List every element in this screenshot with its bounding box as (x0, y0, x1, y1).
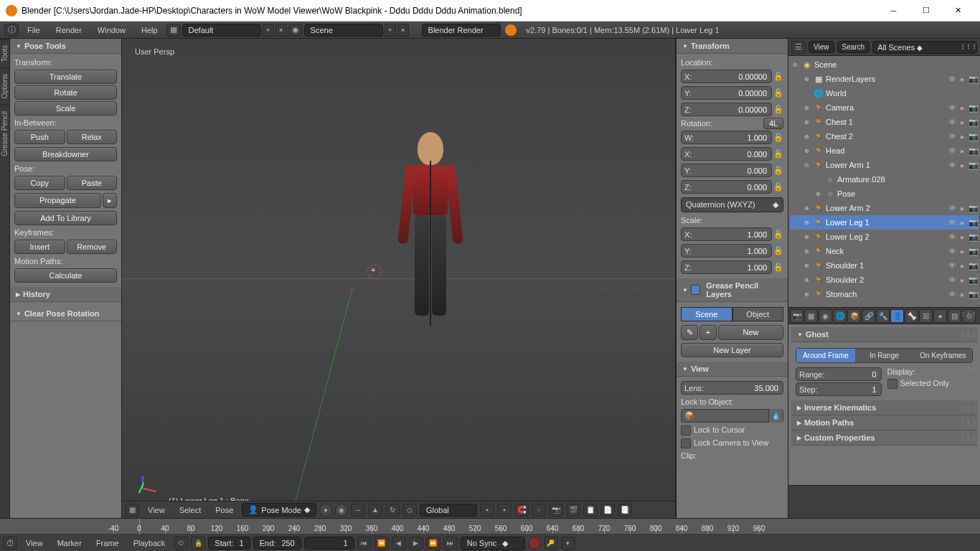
delete-screen-button[interactable]: × (275, 24, 287, 37)
lock-camera-checkbox[interactable] (681, 438, 691, 448)
outliner-row[interactable]: ⊕🏃Lower Arm 2👁▸📷 (790, 201, 979, 215)
editor-type-icon[interactable]: ⓘ (4, 24, 19, 37)
paste-pose-button[interactable]: Paste (67, 176, 118, 190)
range-toggle-icon[interactable]: ⏲ (174, 537, 188, 550)
jump-start-button[interactable]: ⏮ (357, 537, 372, 550)
orientation-selector[interactable]: Global (420, 504, 477, 517)
outliner-row[interactable]: ⊕🏃Lower Leg 1👁▸📷 (790, 215, 979, 230)
propagate-menu-button[interactable]: ▸ (103, 193, 117, 208)
prop-layers-icon[interactable]: ▦ (804, 309, 818, 323)
outliner-row[interactable]: ⊕○Pose (790, 187, 979, 201)
lock-object-field[interactable]: 📦💧 (681, 409, 783, 423)
lock-range-icon[interactable]: 🔒 (191, 537, 205, 550)
auto-keyframe-button[interactable] (528, 537, 541, 550)
prop-render-icon[interactable]: 📷 (790, 309, 804, 323)
keying-set-icon[interactable]: 🔑 (544, 537, 558, 550)
pose-tools-header[interactable]: ▼Pose Tools⋮⋮⋮ (10, 39, 121, 54)
relax-button[interactable]: Relax (67, 130, 118, 144)
motionpaths-header[interactable]: ▶Motion Paths⋮⋮⋮ (791, 415, 977, 430)
editor-type-3dview-icon[interactable]: ▦ (125, 504, 139, 517)
tab-grease-pencil[interactable]: Grease Pencil (0, 105, 9, 162)
render-anim-icon[interactable]: 🎬 (566, 504, 580, 517)
character-model[interactable] (373, 132, 488, 326)
ghost-header[interactable]: ▼Ghost⋮⋮⋮ (791, 327, 977, 342)
manipulator-scale-icon[interactable]: ◇ (402, 504, 417, 517)
layers-btn-2[interactable]: ▪ (497, 504, 512, 517)
calculate-button[interactable]: Calculate (14, 268, 117, 283)
outliner-row[interactable]: ⊕🏃Stomach👁▸📷 (790, 287, 979, 301)
maximize-button[interactable]: ☐ (910, 1, 942, 21)
outliner-row[interactable]: ⊕🏃Lower Leg 2👁▸📷 (790, 230, 979, 244)
play-button[interactable]: ▶ (409, 537, 423, 550)
outliner-row[interactable]: 🌐World (790, 86, 979, 100)
view-panel-header[interactable]: ▼View⋮⋮⋮ (677, 362, 788, 377)
layers-btn-1[interactable]: ▪ (480, 504, 494, 517)
prop-object-icon[interactable]: 📦 (847, 309, 861, 323)
prop-material-icon[interactable]: ● (933, 309, 947, 323)
lock-icon[interactable]: 🔓 (773, 246, 783, 255)
prop-constraint-icon[interactable]: 🔗 (862, 309, 875, 323)
snap-element-icon[interactable]: ▫ (532, 504, 546, 517)
current-frame-field[interactable]: 1 (304, 537, 354, 550)
tab-tools[interactable]: Tools (0, 39, 9, 67)
outliner-row[interactable]: ⊕🏃Shoulder 2👁▸📷 (790, 273, 979, 287)
copy-pose-icon[interactable]: 📋 (583, 504, 598, 517)
gpl-header[interactable]: ▼Grease Pencil Layers (677, 278, 788, 302)
range-field[interactable]: Range:0 (796, 367, 882, 381)
transform-panel-header[interactable]: ▼Transform⋮⋮⋮ (677, 39, 788, 54)
outliner-row[interactable]: ⊕🏃Neck👁▸📷 (790, 244, 979, 258)
pencil-icon[interactable]: ✎ (681, 325, 698, 340)
add-scene-button[interactable]: + (385, 24, 396, 37)
ghost-tabs[interactable]: Around Frame In Range On Keyframes (796, 348, 973, 363)
select-menu[interactable]: Select (174, 504, 207, 516)
render-engine-field[interactable]: Blender Render (422, 24, 501, 37)
outliner-row[interactable]: ⊖🏃Lower Arm 1👁▸📷 (790, 158, 979, 172)
translate-button[interactable]: Translate (14, 70, 117, 84)
sync-mode-selector[interactable]: No Sync ◆ (461, 537, 525, 550)
scale-z-field[interactable]: Z:1.000 (681, 260, 772, 274)
timeline-frame-menu[interactable]: Frame (90, 537, 125, 549)
outliner-row[interactable]: ⊕🏃Chest 2👁▸📷 (790, 129, 979, 143)
menu-render[interactable]: Render (49, 24, 89, 37)
scale-y-field[interactable]: Y:1.000 (681, 244, 772, 258)
rotate-button[interactable]: Rotate (14, 85, 117, 100)
customprops-header[interactable]: ▶Custom Properties⋮⋮⋮ (791, 430, 977, 446)
paste-pose-icon[interactable]: 📄 (600, 504, 615, 517)
push-button[interactable]: Push (14, 130, 65, 144)
step-field[interactable]: Step:1 (796, 382, 882, 396)
outliner-row[interactable]: ⊖◉Scene (790, 57, 979, 72)
rot-z-field[interactable]: Z:0.000 (681, 180, 772, 194)
screen-layout-field[interactable]: Default (182, 24, 261, 37)
breakdowner-button[interactable]: Breakdowner (14, 147, 117, 161)
manipulator-rotate-icon[interactable]: ↻ (385, 504, 400, 517)
tab-options[interactable]: Options (0, 67, 9, 104)
manipulator-translate-icon[interactable]: ▲ (368, 504, 382, 517)
remove-keyframe-button[interactable]: Remove (67, 240, 118, 254)
loc-z-field[interactable]: Z:0.00000 (681, 103, 772, 116)
jump-end-button[interactable]: ⏭ (443, 537, 458, 550)
minimize-button[interactable]: ─ (877, 1, 910, 21)
outliner-row[interactable]: ⊕🏃Head👁▸📷 (790, 143, 979, 158)
new-gp-button[interactable]: New (718, 325, 783, 340)
add-icon[interactable]: + (699, 325, 717, 340)
rot-x-field[interactable]: X:0.000 (681, 147, 772, 161)
pivot-button[interactable]: ◉ (335, 504, 348, 517)
screen-browse-icon[interactable]: ▦ (166, 24, 181, 37)
lock-icon[interactable]: 🔓 (773, 166, 783, 175)
mode-selector[interactable]: 👤Pose Mode◆ (242, 503, 316, 517)
lock-icon[interactable]: 🔓 (773, 263, 783, 272)
outliner-row[interactable]: ⊕🏃Shoulder 1👁▸📷 (790, 258, 979, 273)
operator-header[interactable]: ▼Clear Pose Rotation⋮⋮⋮ (10, 306, 121, 321)
add-screen-button[interactable]: + (263, 24, 274, 37)
snap-icon[interactable]: 🧲 (514, 504, 529, 517)
3d-viewport[interactable]: User Persp (1) Lower Leg 1 : Bone ▦ View… (122, 39, 676, 518)
loc-y-field[interactable]: Y:0.00000 (681, 86, 772, 100)
scale-x-field[interactable]: X:1.000 (681, 227, 772, 241)
delete-scene-button[interactable]: × (397, 24, 409, 37)
outliner-editor-icon[interactable]: ☰ (791, 41, 806, 54)
render-preview-icon[interactable]: 📷 (549, 504, 563, 517)
lock-icon[interactable]: 🔓 (773, 72, 783, 81)
prop-boneconstraint-icon[interactable]: ⛓ (919, 309, 933, 323)
timeline-marker-menu[interactable]: Marker (52, 537, 88, 549)
prop-world-icon[interactable]: 🌐 (833, 309, 847, 323)
